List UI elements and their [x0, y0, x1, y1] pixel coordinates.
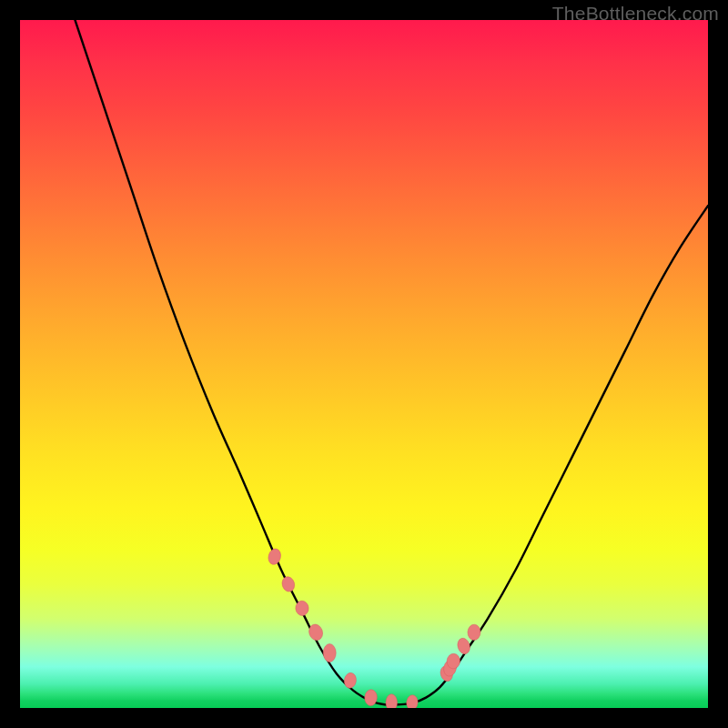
- chart-frame: TheBottleneck.com: [0, 0, 728, 728]
- marker-dot: [343, 672, 357, 689]
- marker-group: [267, 547, 480, 708]
- marker-dot: [386, 694, 398, 708]
- marker-dot: [267, 547, 282, 565]
- plot-area: [20, 20, 708, 708]
- chart-svg: [20, 20, 708, 708]
- marker-dot: [280, 575, 297, 593]
- marker-dot: [323, 643, 336, 662]
- bottleneck-curve: [75, 20, 708, 705]
- marker-dot: [456, 637, 471, 656]
- marker-dot: [406, 694, 419, 708]
- marker-dot: [468, 624, 481, 641]
